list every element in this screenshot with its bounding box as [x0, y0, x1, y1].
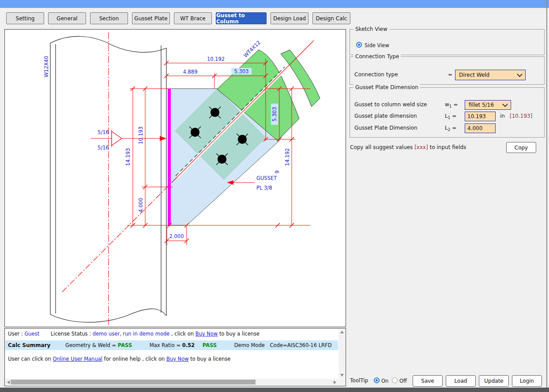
- l1-unit: in: [500, 113, 505, 119]
- scroll-down-icon[interactable]: [340, 374, 344, 377]
- l2-var: L2 =: [445, 125, 456, 132]
- gusset-note-line2: PL 3/8: [256, 185, 272, 191]
- side-view-label: Side View: [365, 42, 389, 49]
- l2-input[interactable]: [465, 123, 496, 133]
- tab-section[interactable]: Section: [90, 12, 128, 24]
- l2-row-label: Gusset Plate Dimension: [354, 125, 417, 131]
- status-line-2: Calc Summary Geometry & Weld = PASS Max …: [8, 342, 332, 348]
- window-title-bar: [0, 0, 549, 8]
- dim-l2: 4.000: [138, 198, 144, 213]
- connection-type-group: Connection Type Connection type = Direct…: [350, 56, 545, 85]
- status-line-1: User : Guest License Status : demo user,…: [8, 331, 259, 337]
- connection-type-value: Direct Weld: [459, 72, 489, 78]
- connection-type-title: Connection Type: [353, 53, 401, 60]
- scroll-left-icon[interactable]: [7, 381, 10, 384]
- weld-size-value: fillet 5/16: [469, 102, 494, 108]
- copy-suggest-text: Copy all suggest values [xxx] to input f…: [350, 144, 466, 150]
- update-button[interactable]: Update: [479, 375, 509, 387]
- tooltip-off-label: Off: [399, 378, 407, 384]
- connection-type-select[interactable]: Direct Weld: [455, 70, 526, 80]
- dim-bottom-offset: 2.000: [169, 233, 184, 239]
- dim-height-left: 14.193: [125, 148, 131, 166]
- save-button[interactable]: Save: [413, 375, 443, 387]
- weld-size-var: w1 =: [445, 101, 458, 108]
- login-button[interactable]: Login: [512, 375, 542, 387]
- l1-row-label: Gusset plate dimension: [354, 113, 417, 119]
- scrollbar-corner: [338, 379, 345, 385]
- copy-button[interactable]: Copy: [506, 142, 536, 153]
- tab-general[interactable]: General: [48, 12, 86, 24]
- calc-summary-title: Calc Summary: [8, 342, 50, 348]
- status-line-3: User can click on Online User Manual for…: [8, 356, 230, 362]
- tab-setting[interactable]: Setting: [6, 12, 44, 24]
- tab-gusset-to-column[interactable]: Gusset to Column: [216, 12, 267, 24]
- connection-type-label: Connection type: [354, 71, 398, 78]
- connection-equals: =: [448, 71, 452, 78]
- weld-size-select[interactable]: fillet 5/16: [465, 100, 511, 110]
- weld-size-top-label: 5/16: [98, 129, 109, 135]
- status-box: User : Guest License Status : demo user,…: [4, 328, 346, 386]
- load-button[interactable]: Load: [446, 375, 476, 387]
- dim-width-a: 4.889: [183, 69, 198, 75]
- weld-size-row-label: Gusset to column weld size: [354, 101, 427, 108]
- tab-bar: Setting General Section Gusset Plate WT …: [6, 12, 350, 24]
- horizontal-scrollbar[interactable]: [5, 379, 338, 385]
- buy-now-link-2[interactable]: Buy Now: [166, 356, 189, 362]
- ratio-pass: PASS: [203, 342, 217, 348]
- tab-gusset-plate[interactable]: Gusset Plate: [132, 12, 170, 24]
- l1-suggest: [10.193]: [510, 113, 532, 119]
- gusset-sketch-svg: 8.489 10.192 4.889 5.303 14.193 10.193 4…: [5, 30, 346, 327]
- sketch-view-title: Sketch View: [353, 26, 389, 32]
- tab-wt-brace[interactable]: WT Brace: [174, 12, 212, 24]
- window-bottom-border: [0, 388, 549, 392]
- dim-height-right: 14.192: [284, 148, 290, 166]
- tab-design-calc[interactable]: Design Calc: [312, 12, 350, 24]
- dim-top-width: 10.192: [207, 56, 225, 62]
- license-status: demo user, run in demo mode: [93, 331, 170, 337]
- max-ratio-value: 0.52: [182, 342, 195, 348]
- l1-input[interactable]: [465, 112, 496, 121]
- tooltip-on-radio[interactable]: [374, 377, 380, 383]
- chevron-down-icon: [502, 101, 508, 107]
- gusset-note-line1: GUSSET: [256, 175, 277, 181]
- dim-brace-depth: 5.303: [271, 107, 278, 122]
- chevron-down-icon: [517, 71, 523, 77]
- scrollbar-thumb[interactable]: [11, 380, 256, 385]
- dim-l1: 10.193: [138, 127, 144, 144]
- side-view-radio[interactable]: [356, 42, 362, 48]
- sketch-view-group: Sketch View Side View: [350, 29, 545, 55]
- buy-now-link[interactable]: Buy Now: [196, 331, 218, 337]
- scroll-right-icon[interactable]: [334, 381, 336, 384]
- l1-var: L1 =: [445, 113, 456, 120]
- window-right-border: [546, 0, 547, 388]
- brace-centerline: [62, 41, 314, 292]
- scroll-up-icon[interactable]: [340, 331, 344, 333]
- tooltip-on-label: On: [381, 378, 388, 384]
- sketch-canvas: 8.489 10.192 4.889 5.303 14.193 10.193 4…: [4, 29, 346, 327]
- design-code-text: Code=AISC360-16 LRFD: [270, 342, 332, 348]
- tab-design-load[interactable]: Design Load: [271, 12, 308, 24]
- column-section-label: W12X40: [43, 56, 49, 78]
- copy-highlight: [xxx]: [414, 144, 428, 150]
- geometry-weld-pass: PASS: [118, 342, 132, 348]
- tooltip-off-radio[interactable]: [392, 377, 398, 383]
- dim-width-b: 5.303: [234, 68, 249, 75]
- weld-line: [168, 89, 171, 226]
- vertical-scrollbar[interactable]: [338, 329, 345, 378]
- gusset-dimension-title: Gusset Plate Dimension: [353, 84, 420, 90]
- gusset-dimension-group: Gusset Plate Dimension Gusset to column …: [350, 87, 545, 138]
- weld-size-bottom-label: 5/16: [98, 145, 109, 151]
- tooltip-label: ToolTip: [350, 377, 368, 384]
- user-name: Guest: [24, 331, 39, 337]
- demo-mode-text: Demo Mode: [234, 342, 265, 348]
- online-manual-link[interactable]: Online User Manual: [53, 356, 102, 362]
